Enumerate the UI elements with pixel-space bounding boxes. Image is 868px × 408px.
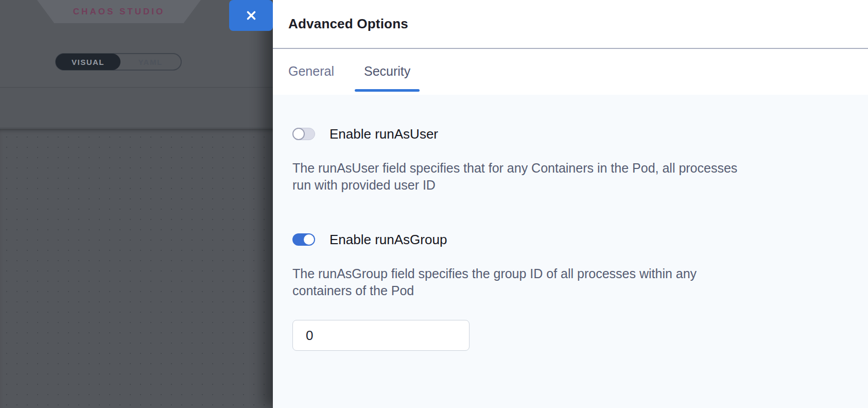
tab-general[interactable]: General [279,49,343,94]
run-as-user-description: The runAsUser field specifies that for a… [292,160,837,194]
run-as-group-toggle-label: Enable runAsGroup [329,232,447,248]
run-as-group-section: Enable runAsGroup The runAsGroup field s… [292,233,837,351]
drawer-title: Advanced Options [288,16,408,32]
workflow-canvas [0,129,273,408]
run-as-group-toggle-row: Enable runAsGroup [292,233,837,246]
chaos-studio-logo-banner: CHAOS STUDIO [37,0,201,23]
yaml-tab[interactable]: YAML [120,54,181,70]
tab-security[interactable]: Security [355,49,420,94]
visual-tab[interactable]: VISUAL [56,54,120,70]
chaos-studio-toolbar [0,88,273,128]
close-drawer-button[interactable] [229,0,273,31]
advanced-options-drawer: Advanced Options General Security Enable… [273,0,868,408]
active-tab-underline [355,89,420,92]
drawer-header: Advanced Options [273,0,868,49]
drawer-tabs: General Security [273,49,868,94]
toggle-knob [292,128,305,140]
security-tab-panel: Enable runAsUser The runAsUser field spe… [273,95,868,408]
run-as-user-toggle-label: Enable runAsUser [329,126,438,142]
run-as-user-section: Enable runAsUser The runAsUser field spe… [292,128,837,194]
enable-run-as-user-toggle[interactable] [292,128,315,140]
run-as-group-id-input[interactable] [292,320,470,351]
run-as-user-toggle-row: Enable runAsUser [292,128,837,140]
run-as-group-description: The runAsGroup field specifies the group… [292,265,837,299]
chaos-studio-background: CHAOS STUDIO VISUAL YAML [0,0,273,408]
enable-run-as-group-toggle[interactable] [292,233,315,246]
toggle-knob [304,234,314,245]
close-icon [245,9,258,22]
visual-yaml-switch[interactable]: VISUAL YAML [55,53,182,71]
chaos-studio-logo-text: CHAOS STUDIO [73,7,165,17]
